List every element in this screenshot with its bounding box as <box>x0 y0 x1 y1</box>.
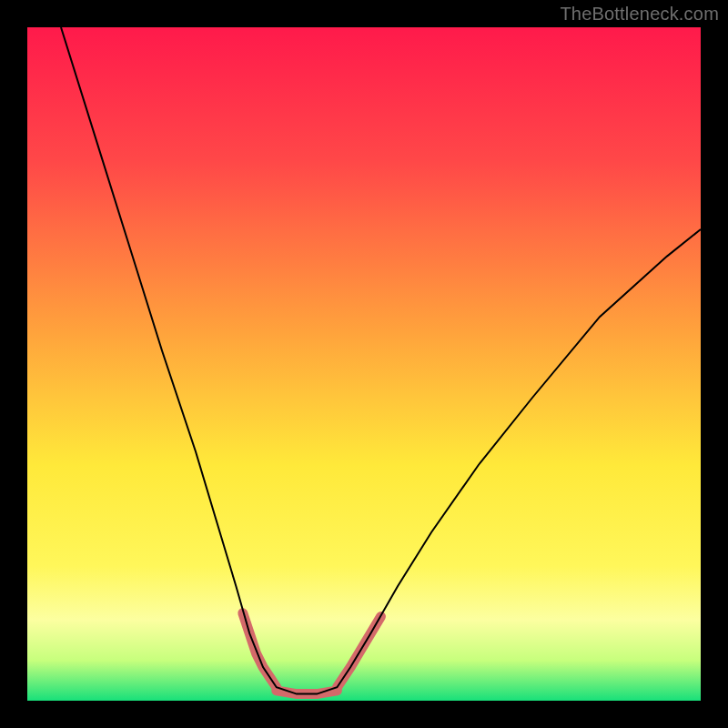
chart-svg <box>27 27 701 701</box>
plot-area <box>27 27 701 701</box>
watermark-text: TheBottleneck.com <box>560 4 719 25</box>
chart-frame: TheBottleneck.com <box>0 0 728 728</box>
gradient-background <box>27 27 701 701</box>
